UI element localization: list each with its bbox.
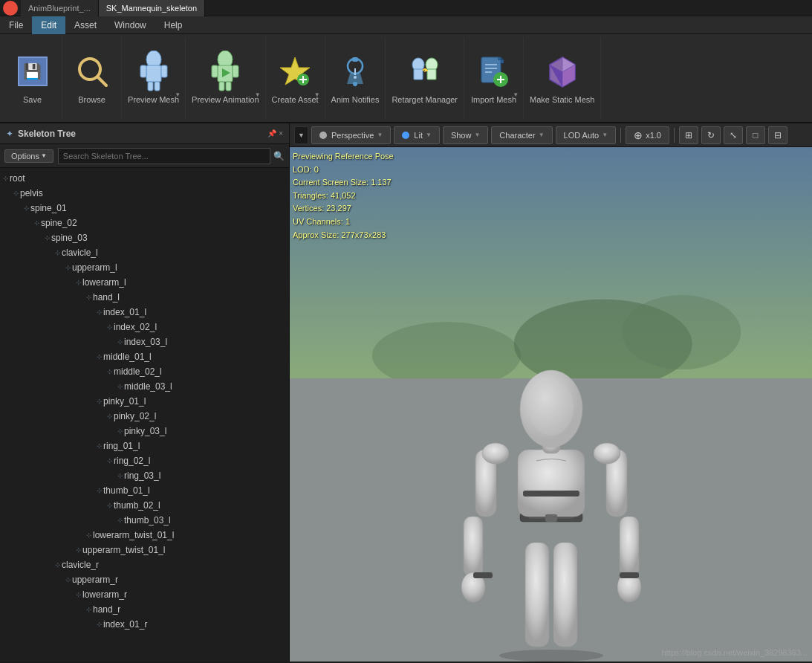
tree-item[interactable]: ⊹pinky_03_l [0,424,289,439]
skeleton-tree-panel: ✦ Skeleton Tree 📌 × Options ▼ 🔍 ⊹root⊹pe… [0,123,290,662]
tree-bone-label: upperarm_r [72,575,118,585]
tree-item[interactable]: ⊹index_01_l [0,305,289,320]
options-button[interactable]: Options ▼ [4,149,53,163]
tree-item[interactable]: ⊹ring_03_l [0,468,289,483]
anim-notifies-label: Anim Notifies [331,95,380,105]
tab-anim-blueprint[interactable]: AnimBlueprint_... [21,0,99,16]
lit-label: Lit [414,131,423,140]
info-triangles: Triangles: 41,052 [293,190,394,203]
tree-item[interactable]: ⊹pelvis [0,186,289,201]
show-button[interactable]: Show ▼ [443,126,488,144]
show-label: Show [451,131,472,140]
tree-item[interactable]: ⊹index_03_l [0,334,289,349]
tree-item[interactable]: ⊹clavicle_r [0,557,289,572]
tree-item[interactable]: ⊹ring_01_l [0,439,289,453]
tree-item[interactable]: ⊹lowerarm_twist_01_l [0,528,289,543]
bone-connector-icon: ⊹ [55,561,61,569]
viewport-separator [620,128,621,143]
bone-connector-icon: ⊹ [45,234,51,242]
menu-window[interactable]: Window [105,16,155,34]
tree-item[interactable]: ⊹upperarm_l [0,260,289,275]
options-chevron-icon: ▼ [41,152,47,159]
anim-notifies-button[interactable]: Anim Notifies [325,37,386,119]
tree-item[interactable]: ⊹thumb_01_l [0,483,289,498]
tree-item[interactable]: ⊹clavicle_l [0,245,289,260]
show-chevron-icon: ▼ [474,132,480,138]
bone-connector-icon: ⊹ [97,353,103,360]
lit-button[interactable]: Lit ▼ [394,126,440,144]
make-static-mesh-icon [542,51,583,92]
lod-button[interactable]: LOD Auto ▼ [556,126,617,144]
svg-rect-21 [352,57,358,62]
tree-bone-label: lowerarm_r [82,589,127,600]
tree-item[interactable]: ⊹middle_03_l [0,379,289,394]
tree-item[interactable]: ⊹spine_03 [0,230,289,245]
tree-item[interactable]: ⊹spine_01 [0,201,289,216]
svg-rect-12 [219,82,224,91]
tree-item[interactable]: ⊹pinky_01_l [0,394,289,409]
tab-sk-mannequin[interactable]: SK_Mannequin_skeleton [99,0,205,16]
tree-bone-label: middle_03_l [124,381,172,392]
scale-button[interactable]: ⊕ x1.0 [626,126,669,144]
menu-edit[interactable]: Edit [32,16,65,34]
character-chevron-icon: ▼ [539,132,545,138]
watermark: https://blog.csdn.net/weixin_38298363... [662,648,808,657]
svg-point-22 [353,82,357,86]
anim-notifies-icon [334,51,376,92]
view-icon-button[interactable]: □ [746,126,765,144]
retarget-manager-button[interactable]: Retarget Manager [386,37,464,119]
tree-bone-label: lowerarm_l [82,277,126,288]
save-button[interactable]: 💾 Save [3,37,62,119]
tab-bar: AnimBlueprint_... SK_Mannequin_skeleton [0,0,812,16]
viewport-dropdown-button[interactable]: ▼ [294,126,308,144]
scale-icon-button[interactable]: ⤡ [724,126,743,144]
browse-button[interactable]: Browse [62,37,122,119]
character-button[interactable]: Character ▼ [491,126,552,144]
bone-connector-icon: ⊹ [86,294,92,301]
tree-item[interactable]: ⊹hand_l [0,290,289,305]
menu-file[interactable]: File [0,16,32,34]
preview-mesh-label: Preview Mesh [128,95,179,105]
import-mesh-button[interactable]: Import Mesh ▼ [464,37,524,119]
preview-animation-button[interactable]: Preview Animation ▼ [186,37,266,119]
tree-item[interactable]: ⊹ring_02_l [0,453,289,468]
tree-item[interactable]: ⊹hand_r [0,602,289,617]
tree-item[interactable]: ⊹thumb_02_l [0,498,289,513]
menu-help[interactable]: Help [155,16,192,34]
tree-item[interactable]: ⊹upperarm_twist_01_l [0,543,289,557]
create-asset-button[interactable]: Create Asset ▼ [266,37,325,119]
scale-icon: ⊕ [634,129,643,141]
split-icon-button[interactable]: ⊟ [768,126,787,144]
tree-item[interactable]: ⊹middle_02_l [0,364,289,379]
svg-rect-28 [427,69,436,80]
tree-item[interactable]: ⊹spine_02 [0,216,289,230]
tree-item[interactable]: ⊹thumb_03_l [0,513,289,528]
tree-item[interactable]: ⊹lowerarm_r [0,587,289,602]
bone-connector-icon: ⊹ [97,442,103,450]
tree-item[interactable]: ⊹upperarm_r [0,572,289,587]
menu-asset[interactable]: Asset [65,16,105,34]
tree-item[interactable]: ⊹lowerarm_l [0,275,289,290]
viewport-area[interactable]: Previewing Reference Pose LOD: 0 Current… [290,147,812,662]
info-vertices: Vertices: 23,297 [293,202,394,216]
rotate-icon-button[interactable]: ↻ [701,126,721,144]
bone-connector-icon: ⊹ [86,606,92,613]
search-icon[interactable]: 🔍 [273,151,285,161]
svg-rect-13 [226,82,231,91]
tree-item[interactable]: ⊹index_02_l [0,320,289,334]
panel-pin-icon[interactable]: 📌 × [267,129,283,138]
app-icon [3,1,18,16]
tree-item[interactable]: ⊹pinky_02_l [0,409,289,424]
preview-animation-label: Preview Animation [192,95,259,105]
perspective-button[interactable]: Perspective ▼ [311,126,391,144]
tree-bone-label: hand_r [93,604,120,615]
tree-item[interactable]: ⊹index_01_r [0,617,289,632]
preview-mesh-button[interactable]: Preview Mesh ▼ [122,37,186,119]
make-static-mesh-button[interactable]: Make Static Mesh [524,37,601,119]
tree-item[interactable]: ⊹root [0,171,289,186]
tree-bone-label: pinky_02_l [114,411,156,421]
move-icon-button[interactable]: ⊞ [679,126,698,144]
viewport-separator-2 [674,128,675,143]
tree-item[interactable]: ⊹middle_01_l [0,349,289,364]
search-input[interactable] [58,148,270,164]
